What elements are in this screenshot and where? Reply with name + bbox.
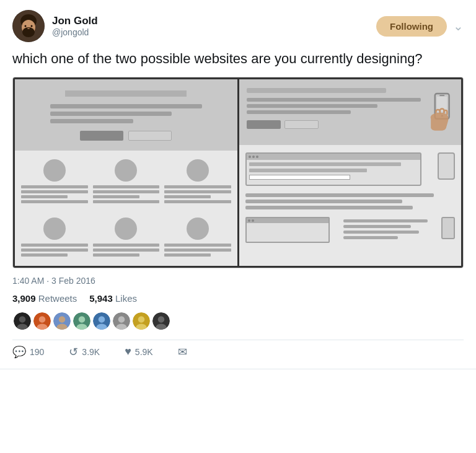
tweet-actions: 💬 190 ↺ 3.9K ♥ 5.9K ✉ bbox=[12, 340, 464, 359]
liker-avatar[interactable] bbox=[12, 311, 32, 331]
liker-avatar[interactable] bbox=[151, 311, 171, 331]
avatar[interactable] bbox=[12, 10, 45, 42]
liker-avatar[interactable] bbox=[112, 311, 131, 331]
svg-point-12 bbox=[19, 316, 26, 323]
likes-stat[interactable]: 5,943 Likes bbox=[89, 293, 137, 304]
chevron-down-icon[interactable]: ⌄ bbox=[453, 19, 464, 33]
retweets-label: Retweets bbox=[38, 293, 77, 304]
liker-avatar[interactable] bbox=[92, 311, 112, 331]
like-icon: ♥ bbox=[125, 345, 131, 358]
svg-point-33 bbox=[158, 316, 165, 323]
share-action[interactable]: ✉ bbox=[178, 345, 187, 359]
tweet-image bbox=[12, 77, 464, 268]
retweet-action[interactable]: ↺ 3.9K bbox=[69, 345, 100, 359]
liker-avatar[interactable] bbox=[131, 311, 151, 331]
tweet-text: which one of the two possible websites a… bbox=[12, 50, 464, 68]
like-count: 5.9K bbox=[135, 347, 153, 357]
tweet-stats: 3,909 Retweets 5,943 Likes bbox=[12, 293, 464, 304]
likers-row bbox=[12, 311, 464, 331]
username[interactable]: @jongold bbox=[52, 27, 98, 37]
likes-label: Likes bbox=[115, 293, 137, 304]
svg-point-18 bbox=[59, 316, 66, 323]
tweet-card: Jon Gold @jongold Following ⌄ which one … bbox=[0, 0, 476, 369]
retweets-stat[interactable]: 3,909 Retweets bbox=[12, 293, 77, 304]
svg-point-6 bbox=[27, 28, 30, 29]
svg-point-15 bbox=[39, 316, 46, 323]
reply-icon: 💬 bbox=[12, 345, 26, 359]
svg-point-21 bbox=[79, 316, 86, 323]
svg-point-5 bbox=[31, 25, 33, 27]
liker-avatar[interactable] bbox=[52, 311, 72, 331]
retweets-count: 3,909 bbox=[12, 293, 36, 304]
svg-rect-10 bbox=[439, 95, 444, 96]
svg-point-27 bbox=[118, 316, 125, 323]
svg-point-30 bbox=[138, 316, 145, 323]
like-action[interactable]: ♥ 5.9K bbox=[125, 345, 153, 359]
user-info: Jon Gold @jongold bbox=[52, 15, 98, 37]
likes-count: 5,943 bbox=[89, 293, 113, 304]
share-icon: ✉ bbox=[178, 345, 187, 359]
reply-action[interactable]: 💬 190 bbox=[12, 345, 44, 359]
retweet-count: 3.9K bbox=[82, 347, 100, 357]
following-button[interactable]: Following bbox=[376, 16, 447, 37]
tweet-timestamp: 1:40 AM · 3 Feb 2016 bbox=[12, 276, 464, 286]
liker-avatar[interactable] bbox=[72, 311, 92, 331]
reply-count: 190 bbox=[30, 347, 44, 357]
wireframe-panel-left bbox=[15, 79, 237, 266]
liker-avatar[interactable] bbox=[32, 311, 52, 331]
display-name[interactable]: Jon Gold bbox=[52, 15, 98, 27]
svg-point-4 bbox=[25, 25, 27, 27]
retweet-icon: ↺ bbox=[69, 345, 78, 359]
tweet-header: Jon Gold @jongold Following ⌄ bbox=[12, 10, 464, 42]
tweet-header-right: Following ⌄ bbox=[376, 16, 464, 37]
tweet-header-left: Jon Gold @jongold bbox=[12, 10, 98, 42]
svg-point-24 bbox=[99, 316, 105, 323]
wireframe-panel-right bbox=[239, 79, 462, 266]
